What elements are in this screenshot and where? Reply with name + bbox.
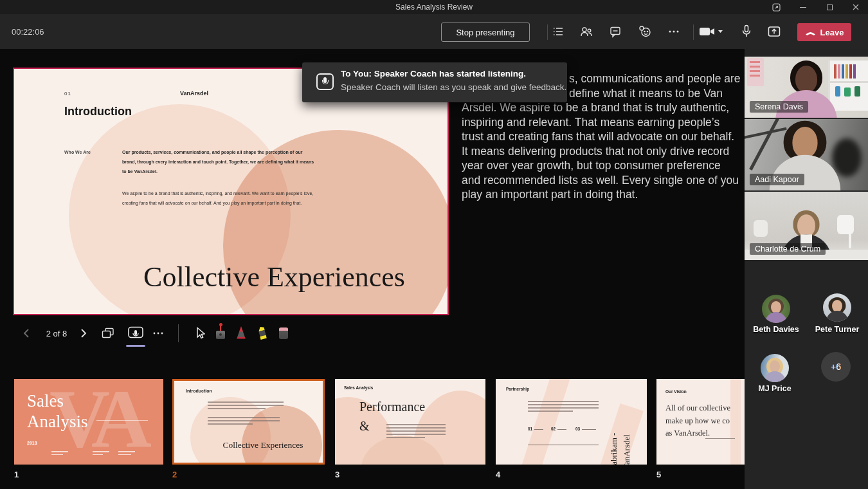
chat-button[interactable] — [605, 21, 626, 42]
thumb4-item: 01 — [528, 427, 532, 431]
reactions-button[interactable] — [635, 21, 655, 42]
chair-decor — [837, 215, 854, 234]
stop-presenting-button[interactable]: Stop presenting — [441, 23, 530, 42]
avatar-mj[interactable] — [761, 354, 789, 382]
slides-grid-icon — [101, 327, 115, 340]
select-cursor-button[interactable] — [192, 324, 208, 342]
slide-side-label: Who We Are — [64, 150, 91, 154]
thumbnail-slide-4[interactable]: Partnership 01 02 03 Fabrikam - VanArsde… — [496, 379, 647, 465]
highlighter-button[interactable] — [253, 323, 271, 342]
thumb4-vertical-text: Fabrikam - — [609, 433, 619, 465]
slide-paragraph: Our products, services, communications, … — [122, 147, 315, 176]
smiley-icon — [638, 24, 652, 39]
thumb2-title: Collective Experiences — [174, 440, 323, 450]
thumb3-number: 3 — [335, 470, 339, 479]
chair-decor — [849, 233, 851, 248]
people-icon — [579, 25, 593, 38]
placeholder-text-lines — [93, 451, 109, 457]
note-line: trust and creating fans that will advoca… — [462, 129, 734, 144]
minimize-button[interactable] — [793, 0, 813, 14]
note-line: year over year growth, but top consumer … — [462, 158, 734, 173]
current-slide-canvas[interactable]: 01 VanArsdel Introduction Who We Are Our… — [13, 68, 449, 315]
participants-sidebar: Serena Davis Aadi Kapoor Charlotte de Cr… — [745, 49, 868, 489]
maximize-button[interactable] — [820, 0, 839, 14]
stripe-decor — [730, 379, 741, 465]
placeholder-text-lines — [118, 451, 135, 457]
participants-button[interactable] — [576, 21, 597, 42]
avatar-name: MJ Price — [746, 384, 804, 393]
eraser-button[interactable] — [275, 324, 292, 343]
thumbnail-slide-3[interactable]: Sales Analysis Performance & — [335, 379, 485, 465]
thumb3-title: Performance — [359, 400, 425, 414]
toast-subtitle: Speaker Coach will listen as you speak a… — [341, 82, 566, 92]
title-bar: Sales Analysis Review — [0, 0, 868, 14]
slide-title: Collective Experiences — [14, 261, 448, 293]
avatar-pete[interactable] — [823, 293, 851, 322]
chair-decor — [754, 220, 768, 237]
thumb1-number: 1 — [14, 470, 19, 479]
thumb4-vertical-text: VanArsdel — [622, 434, 632, 465]
note-line: Arsdel. We aspire to be a brand that is … — [462, 100, 734, 115]
placeholder-text-lines — [557, 429, 566, 430]
share-screen-button[interactable] — [764, 21, 784, 42]
speaker-coach-toast[interactable]: To You: Speaker Coach has started listen… — [302, 62, 567, 102]
close-button[interactable] — [846, 0, 865, 14]
thumb4-item: 02 — [551, 427, 556, 431]
avatar-beth[interactable] — [762, 295, 790, 323]
meeting-toolbar: 00:22:06 Stop presenting Leave — [0, 14, 868, 49]
meeting-notes-button[interactable] — [548, 21, 568, 42]
note-line: inspiring and relevant. That means earni… — [462, 115, 734, 130]
coach-active-indicator — [126, 345, 145, 347]
mic-icon — [740, 24, 753, 39]
toolbar-divider — [693, 24, 694, 40]
stripe-decor — [518, 379, 572, 465]
decor-line — [96, 420, 148, 421]
popout-icon[interactable] — [766, 0, 786, 14]
camera-button[interactable] — [697, 21, 727, 42]
tools-divider — [178, 324, 179, 342]
video-tile-charlotte[interactable]: Charlotte de Crum — [745, 192, 868, 260]
placeholder-text-lines — [582, 429, 596, 430]
slide-brand-logo: VanArsdel — [180, 90, 208, 97]
thumbnail-slide-1[interactable]: VA Sales Analysis 2018 — [14, 379, 163, 465]
slide-index-label: 01 — [64, 91, 71, 97]
thumbnail-slide-2-selected[interactable]: Introduction Collective Experiences — [172, 379, 325, 465]
thumb3-ampersand: & — [359, 419, 370, 434]
grid-view-button[interactable] — [98, 324, 118, 342]
more-dots-icon — [667, 25, 680, 38]
more-tools-button[interactable] — [149, 326, 167, 341]
list-icon — [552, 25, 565, 38]
decor-line — [528, 445, 599, 445]
thumb2-number: 2 — [172, 470, 177, 479]
next-slide-button[interactable] — [76, 326, 91, 341]
thumb3-header: Sales Analysis — [344, 385, 373, 390]
thumb5-header: Our Vision — [665, 389, 687, 394]
more-dots-icon — [152, 328, 164, 339]
video-tile-serena[interactable]: Serena Davis — [745, 57, 868, 118]
laser-pointer-button[interactable] — [212, 322, 229, 342]
placeholder-text-lines — [386, 424, 446, 440]
highlighter-icon — [254, 324, 271, 342]
previous-slide-button[interactable] — [18, 326, 33, 341]
note-line: play an important part in doing that. — [462, 187, 734, 202]
video-tile-aadi[interactable]: Aadi Kapoor — [745, 119, 868, 190]
avatar-name: Pete Turner — [807, 325, 867, 334]
thumb4-header: Partnership — [506, 387, 529, 391]
cursor-icon — [195, 327, 205, 340]
thumb4-number: 4 — [496, 470, 500, 479]
thumb4-item: 03 — [575, 427, 580, 431]
overflow-participants-badge[interactable]: +6 — [821, 352, 851, 382]
pen-button[interactable] — [233, 323, 249, 342]
speaker-coach-button[interactable] — [123, 323, 148, 342]
toast-title: To You: Speaker Coach has started listen… — [341, 69, 526, 78]
note-line: and recommended lists as well. Every sin… — [462, 173, 734, 188]
placeholder-text-lines — [208, 401, 284, 411]
leave-button[interactable]: Leave — [797, 23, 851, 41]
slide-position-label: 2 of 8 — [36, 329, 77, 338]
participant-name: Aadi Kapoor — [750, 174, 804, 185]
thumb5-number: 5 — [656, 470, 661, 479]
mic-button[interactable] — [736, 21, 757, 42]
thumbnail-slide-5[interactable]: Our Vision All of our collective make up… — [656, 379, 745, 465]
more-options-button[interactable] — [664, 21, 684, 42]
slide-heading: Introduction — [64, 105, 132, 118]
